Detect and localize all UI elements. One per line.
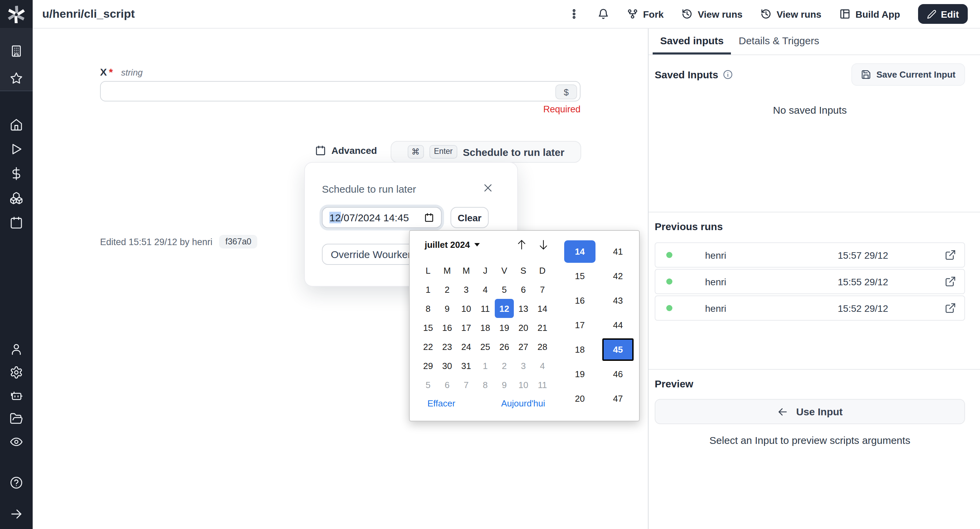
calendar-day[interactable]: 28 [533, 337, 552, 356]
calendar-day[interactable]: 10 [514, 375, 533, 394]
calendar-day[interactable]: 16 [438, 318, 457, 337]
calendar-clear-link[interactable]: Effacer [427, 398, 455, 408]
calendar-day[interactable]: 5 [418, 375, 438, 394]
calendar-day[interactable]: 23 [438, 337, 457, 356]
folder-open-icon[interactable] [10, 412, 23, 425]
calendar-day[interactable]: 5 [495, 280, 514, 299]
save-current-input-button[interactable]: Save Current Input [851, 63, 965, 86]
calendar-day[interactable]: 2 [495, 356, 514, 375]
help-icon[interactable] [10, 476, 23, 489]
calendar-hour-option[interactable]: 14 [564, 240, 595, 263]
previous-run-row[interactable]: henri15:55 29/12 [655, 269, 965, 294]
calendar-icon[interactable] [424, 212, 434, 223]
edit-button[interactable]: Edit [918, 4, 968, 24]
calendar-minute-option[interactable]: 45 [602, 338, 633, 361]
calendar-minute-option[interactable]: 47 [602, 387, 633, 410]
calendar-day[interactable]: 25 [476, 337, 495, 356]
advanced-toggle[interactable]: Advanced [315, 145, 377, 156]
previous-run-row[interactable]: henri15:57 29/12 [655, 242, 965, 268]
calendar-minute-option[interactable]: 44 [602, 314, 633, 336]
calendar-day[interactable]: 6 [438, 375, 457, 394]
info-icon[interactable] [723, 69, 733, 80]
calendar-day[interactable]: 11 [476, 299, 495, 318]
calendar-day[interactable]: 9 [438, 299, 457, 318]
calendar-today-link[interactable]: Aujourd'hui [501, 398, 545, 408]
calendar-icon[interactable] [10, 216, 23, 229]
calendar-day[interactable]: 3 [457, 280, 476, 299]
version-badge[interactable]: f367a0 [219, 235, 257, 249]
calendar-day[interactable]: 26 [495, 337, 514, 356]
clear-button[interactable]: Clear [450, 207, 488, 228]
bell-icon[interactable] [598, 8, 609, 20]
calendar-day[interactable]: 8 [476, 375, 495, 394]
calendar-day[interactable]: 8 [418, 299, 438, 318]
play-icon[interactable] [10, 142, 23, 156]
calendar-minute-option[interactable]: 41 [602, 240, 633, 263]
calendar-day[interactable]: 13 [514, 299, 533, 318]
calendar-day[interactable]: 21 [533, 318, 552, 337]
calendar-day[interactable]: 11 [533, 375, 552, 394]
calendar-day[interactable]: 17 [457, 318, 476, 337]
calendar-day[interactable]: 15 [418, 318, 438, 337]
calendar-day[interactable]: 12 [495, 299, 514, 318]
external-link-icon[interactable] [945, 276, 956, 287]
calendar-day[interactable]: 6 [514, 280, 533, 299]
external-link-icon[interactable] [945, 302, 956, 314]
calendar-day[interactable]: 7 [457, 375, 476, 394]
previous-run-row[interactable]: henri15:52 29/12 [655, 295, 965, 321]
robot-icon[interactable] [10, 389, 23, 402]
tab-details-triggers[interactable]: Details & Triggers [731, 28, 827, 54]
close-icon[interactable] [483, 183, 493, 193]
view-runs-button-1[interactable]: View runs [681, 8, 743, 20]
calendar-day[interactable]: 24 [457, 337, 476, 356]
calendar-day[interactable]: 1 [476, 356, 495, 375]
calendar-day[interactable]: 29 [418, 356, 438, 375]
datetime-input[interactable]: 12/07/2024 14:45 [322, 207, 442, 228]
view-runs-button-2[interactable]: View runs [760, 8, 821, 20]
calendar-day[interactable]: 14 [533, 299, 552, 318]
calendar-day[interactable]: 19 [495, 318, 514, 337]
x-string-input[interactable]: $ [100, 81, 581, 102]
calendar-day[interactable]: 31 [457, 356, 476, 375]
calendar-day[interactable]: 30 [438, 356, 457, 375]
build-app-button[interactable]: Build App [839, 8, 900, 20]
home-icon[interactable] [10, 118, 23, 131]
gear-icon[interactable] [10, 366, 23, 379]
workspace-logo[interactable] [0, 0, 33, 28]
template-variable-button[interactable]: $ [555, 84, 577, 99]
star-icon[interactable] [10, 72, 23, 85]
calendar-hour-option[interactable]: 15 [564, 265, 595, 287]
calendar-day[interactable]: 27 [514, 337, 533, 356]
kebab-menu-icon[interactable] [568, 8, 580, 20]
calendar-day[interactable]: 9 [495, 375, 514, 394]
user-icon[interactable] [10, 343, 23, 356]
calendar-hour-option[interactable]: 19 [564, 363, 595, 386]
calendar-day[interactable]: 4 [533, 356, 552, 375]
calendar-minute-option[interactable]: 43 [602, 289, 633, 312]
calendar-minute-option[interactable]: 46 [602, 363, 633, 386]
calendar-day[interactable]: 7 [533, 280, 552, 299]
dollar-icon[interactable] [10, 167, 23, 180]
month-selector[interactable]: juillet 2024 [425, 240, 480, 250]
calendar-day[interactable]: 1 [418, 280, 438, 299]
tab-saved-inputs[interactable]: Saved inputs [653, 28, 731, 54]
calendar-day[interactable]: 22 [418, 337, 438, 356]
calendar-hour-option[interactable]: 16 [564, 289, 595, 312]
calendar-hour-option[interactable]: 20 [564, 387, 595, 410]
calendar-hour-option[interactable]: 17 [564, 314, 595, 336]
use-input-button[interactable]: Use Input [655, 399, 965, 424]
calendar-day[interactable]: 4 [476, 280, 495, 299]
external-link-icon[interactable] [945, 249, 956, 261]
calendar-day[interactable]: 3 [514, 356, 533, 375]
calendar-day[interactable]: 2 [438, 280, 457, 299]
boxes-icon[interactable] [10, 191, 23, 205]
arrow-up-icon[interactable] [515, 238, 528, 251]
calendar-day[interactable]: 18 [476, 318, 495, 337]
eye-icon[interactable] [10, 435, 23, 449]
arrow-right-icon[interactable] [10, 507, 23, 521]
calendar-day[interactable]: 10 [457, 299, 476, 318]
calendar-day[interactable]: 20 [514, 318, 533, 337]
buildings-icon[interactable] [10, 44, 23, 58]
calendar-minute-option[interactable]: 42 [602, 265, 633, 287]
arrow-down-icon[interactable] [537, 238, 550, 251]
